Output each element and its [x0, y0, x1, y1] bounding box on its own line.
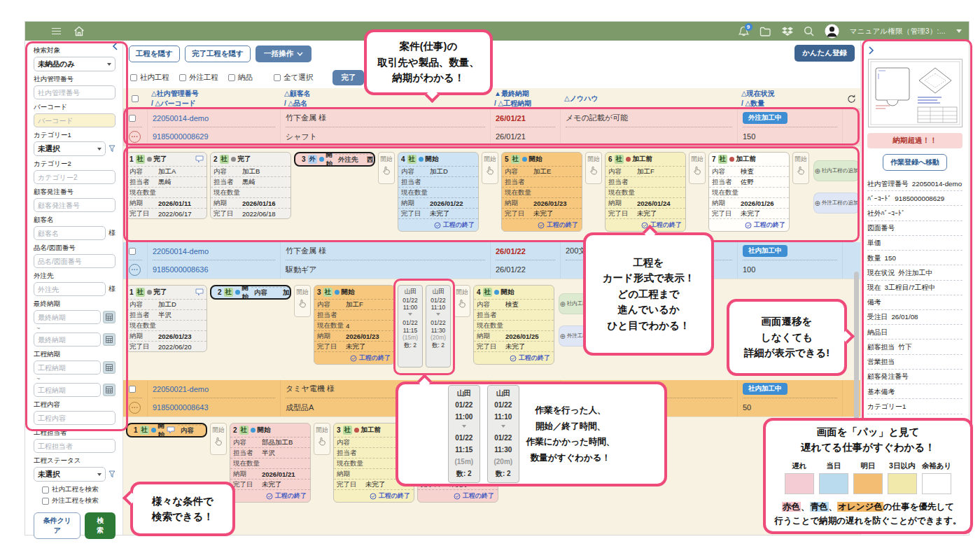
vertical-scrollbar[interactable]: [854, 272, 859, 426]
search-target-select[interactable]: 未納品のみ: [34, 57, 115, 71]
funnel-icon[interactable]: [108, 145, 115, 153]
calendar-icon[interactable]: [103, 361, 115, 374]
search-icon[interactable]: [804, 26, 814, 36]
row-checkbox[interactable]: [129, 386, 136, 393]
job-row[interactable]: ··· 22050014-demo9185000008629 竹下金属 様シャフ…: [123, 109, 860, 146]
start-process-button[interactable]: 開始: [482, 152, 498, 184]
home-icon[interactable]: [74, 26, 85, 36]
internal-number-input[interactable]: [34, 85, 115, 99]
process-content-input[interactable]: [34, 411, 115, 425]
clear-conditions-button[interactable]: 条件クリア: [34, 512, 80, 539]
job-barcode-link[interactable]: 9185000008643: [153, 403, 209, 412]
process-status-select[interactable]: 未選択: [34, 467, 106, 482]
job-id-link[interactable]: 22050014-demo: [153, 247, 209, 255]
process-due-to-input[interactable]: [34, 383, 101, 397]
start-process-button[interactable]: 開始: [585, 152, 602, 184]
job-row[interactable]: ··· 22050014-demo9185000008636 竹下金属 様駆動ギ…: [123, 242, 860, 279]
process-card[interactable]: 6社加工前 内容加工F 担当者 現在数量 納期2026/01/24 完了日未完了…: [605, 152, 686, 232]
process-card[interactable]: 4社開始 内容検査 担当者 現在数量 納期2026/01/25 完了日未完了 工…: [473, 285, 554, 365]
end-process-link[interactable]: 工程の終了: [474, 351, 554, 364]
go-to-work-register-button[interactable]: 作業登録へ移動: [883, 154, 947, 171]
process-card-selected[interactable]: 2社開始 内容加工E 担当者黒崎 現在数量 納期2026/01/22 完了日未完…: [210, 285, 291, 300]
select-all-checkbox[interactable]: [274, 74, 281, 81]
internal-process-checkbox[interactable]: [130, 74, 137, 81]
hide-process-button[interactable]: 工程を隠す: [129, 46, 180, 62]
end-process-link[interactable]: 工程の終了: [502, 218, 582, 231]
panel-collapse-icon[interactable]: [867, 45, 962, 57]
process-card-selected[interactable]: 1社開始 内容部品加工A 担当者半沢 現在数量2 納期2026/01/23 完了…: [126, 423, 207, 438]
category2-input[interactable]: [34, 170, 115, 184]
process-card[interactable]: 1社完了 内容加工D 担当者半沢 現在数量 納期2026/01/23 完了日20…: [126, 285, 207, 352]
complete-button[interactable]: 完了: [332, 70, 364, 85]
comment-bubble-icon[interactable]: ···: [129, 131, 141, 143]
job-id-link[interactable]: 22050021-demo: [153, 385, 209, 393]
sidebar-collapse-icon[interactable]: [112, 42, 119, 52]
column-header-knowhow[interactable]: △ノウハウ: [560, 88, 737, 109]
notification-bell-icon[interactable]: 9: [738, 26, 749, 37]
start-process-button[interactable]: 開始: [792, 152, 809, 184]
calendar-icon[interactable]: [103, 333, 115, 346]
start-process-button[interactable]: 開始: [454, 285, 470, 317]
search-internal-checkbox[interactable]: [42, 486, 49, 493]
barcode-input[interactable]: [34, 113, 115, 127]
funnel-icon[interactable]: [108, 470, 115, 478]
start-process-button[interactable]: 開始: [294, 285, 311, 317]
user-menu-label[interactable]: マニュアル権限（管理3）:...: [850, 27, 946, 36]
process-card[interactable]: 3社開始 内容加工F 担当者 現在数量4 納期2026/01/23 完了日未完了…: [314, 285, 395, 365]
drawing-thumbnail[interactable]: [868, 59, 962, 127]
product-name-input[interactable]: [34, 254, 115, 268]
process-card[interactable]: 7社加工前 内容検査 担当者佐野 現在数量 納期2026/01/26 完了日未完…: [708, 152, 790, 232]
process-card[interactable]: 2社開始 内容部品加工B 担当者半沢 現在数量 納期2026/01/21 完了日…: [230, 423, 311, 503]
start-process-button[interactable]: 開始: [689, 152, 706, 184]
process-person-input[interactable]: [34, 439, 115, 453]
subcontractor-input[interactable]: [34, 282, 106, 296]
card-comment-icon[interactable]: [195, 155, 204, 163]
process-card-selected[interactable]: 3外開始 外注先西大阪スチール様 内容加工C 現在数量 納期2026/01/21…: [294, 152, 375, 167]
bulk-action-button[interactable]: 一括操作: [255, 46, 312, 62]
add-internal-process-button[interactable]: ⊕社内工程の追加: [813, 160, 860, 181]
column-header-status[interactable]: △現在状況/ △数量: [737, 88, 842, 109]
comment-bubble-icon[interactable]: ···: [129, 264, 141, 276]
process-card[interactable]: 1社完了 内容加工A 担当者黒崎 現在数量 納期2026/01/11 完了日20…: [126, 152, 207, 219]
start-process-button[interactable]: 開始: [314, 423, 330, 455]
job-barcode-link[interactable]: 9185000008636: [153, 265, 209, 274]
search-button[interactable]: 検索: [85, 512, 115, 539]
column-header-due[interactable]: ▲最終納期/ △工程納期: [490, 88, 560, 109]
final-due-from-input[interactable]: [34, 310, 101, 324]
calendar-icon[interactable]: [103, 384, 115, 396]
end-process-link[interactable]: 工程の終了: [398, 218, 478, 231]
search-external-checkbox[interactable]: [42, 498, 49, 505]
row-checkbox[interactable]: [129, 115, 136, 122]
job-id-link[interactable]: 22050014-demo: [153, 114, 209, 122]
external-process-checkbox[interactable]: [179, 74, 186, 81]
card-comment-icon[interactable]: [195, 288, 204, 296]
process-card[interactable]: 4社開始 内容加工D 担当者 現在数量 納期2026/01/22 完了日未完了 …: [398, 152, 479, 232]
dropbox-icon[interactable]: [782, 27, 793, 36]
header-checkbox[interactable]: [132, 95, 139, 102]
hide-completed-button[interactable]: 完了工程を隠す: [185, 46, 251, 62]
end-process-link[interactable]: 工程の終了: [709, 218, 789, 231]
end-process-link[interactable]: 工程の終了: [334, 489, 414, 502]
column-header-id[interactable]: △社内管理番号/ △バーコード: [147, 88, 280, 109]
end-process-link[interactable]: 工程の終了: [418, 489, 498, 502]
card-comment-icon[interactable]: [167, 426, 175, 434]
final-due-to-input[interactable]: [34, 332, 101, 346]
delivery-checkbox[interactable]: [228, 74, 235, 81]
job-barcode-link[interactable]: 9185000008629: [153, 132, 209, 141]
comment-bubble-icon[interactable]: ···: [129, 402, 141, 414]
avatar[interactable]: [825, 24, 839, 38]
hamburger-menu-icon[interactable]: [52, 28, 61, 35]
start-process-button[interactable]: 開始: [378, 152, 395, 184]
add-external-process-button[interactable]: ⊕外注工程の追加: [813, 192, 860, 214]
end-process-link[interactable]: 工程の終了: [314, 351, 394, 364]
customer-name-input[interactable]: [34, 226, 106, 240]
process-card[interactable]: 5社開始 内容加工E 担当者 現在数量 納期2026/01/23 完了日未完了 …: [501, 152, 582, 232]
user-menu-caret-icon[interactable]: [956, 29, 962, 36]
calendar-icon[interactable]: [103, 311, 115, 323]
process-card[interactable]: 2社完了 内容加工B 担当者黒崎 現在数量 納期2026/01/16 完了日20…: [210, 152, 291, 219]
folder-icon[interactable]: [760, 27, 771, 36]
easy-register-button[interactable]: かんたん登録: [794, 45, 855, 62]
start-process-button[interactable]: 開始: [210, 423, 227, 455]
row-checkbox[interactable]: [129, 248, 136, 255]
customer-order-number-input[interactable]: [34, 198, 115, 212]
